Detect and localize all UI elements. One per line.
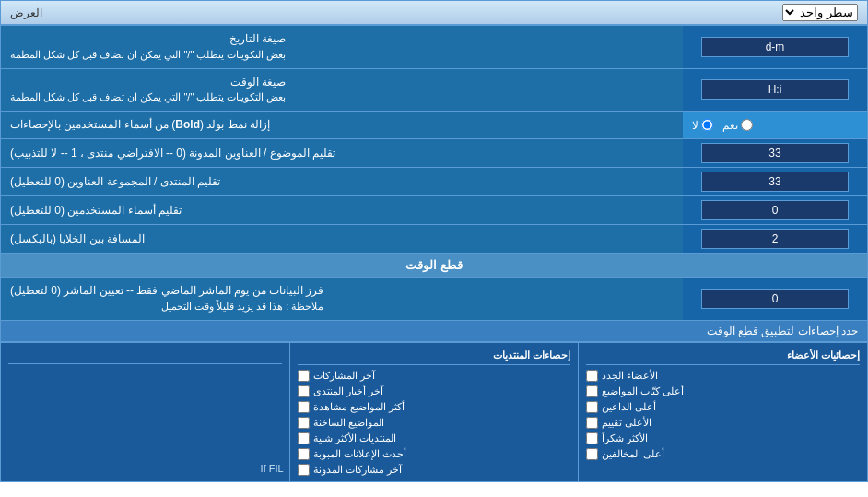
checkbox-latest-classifieds[interactable]: أحدث الإعلانات المبوبة bbox=[298, 446, 571, 462]
users-names-label: تقليم أسماء المستخدمين (0 للتعطيل) bbox=[1, 196, 683, 224]
checkbox-most-viewed[interactable]: أكثر المواضيع مشاهدة bbox=[298, 399, 571, 415]
users-names-row: تقليم أسماء المستخدمين (0 للتعطيل) bbox=[1, 196, 867, 225]
users-names-input-cell[interactable] bbox=[683, 196, 867, 224]
bold-radio-yes[interactable] bbox=[741, 119, 753, 131]
checkbox-last-blog-posts[interactable]: آخر مشاركات المدونة bbox=[298, 462, 571, 478]
cells-spacing-label: المسافة بين الخلايا (بالبكسل) bbox=[1, 225, 683, 253]
forum-address-input[interactable] bbox=[701, 172, 849, 192]
time-format-input-cell[interactable] bbox=[683, 69, 867, 112]
checkbox-top-violators[interactable]: أعلى المخالفين bbox=[586, 446, 860, 462]
bold-remove-label: إزالة نمط بولد (Bold) من أسماء المستخدمي… bbox=[1, 112, 683, 138]
bold-remove-row: نعم لا إزالة نمط بولد (Bold) من أسماء ال… bbox=[1, 112, 867, 139]
fil-note: If FIL bbox=[261, 463, 284, 474]
forum-address-label: تقليم المنتدى / المجموعة العناوين (0 للت… bbox=[1, 168, 683, 195]
checkbox-top-writers[interactable]: أعلى كتّاب المواضيع bbox=[586, 384, 860, 399]
section-title: قطع الوقت bbox=[1, 254, 867, 278]
cells-spacing-row: المسافة بين الخلايا (بالبكسل) bbox=[1, 225, 867, 254]
bold-radio-no-label[interactable]: لا bbox=[692, 119, 713, 132]
bold-radio-yes-label[interactable]: نعم bbox=[722, 119, 753, 132]
col-members-header: إحصائيات الأعضاء bbox=[586, 347, 860, 365]
topic-address-label: تقليم الموضوع / العناوين المدونة (0 -- ا… bbox=[1, 139, 683, 167]
col-extra-header bbox=[8, 347, 282, 364]
checkbox-most-similar-forums[interactable]: المنتديات الأكثر شبية bbox=[298, 431, 571, 446]
checkboxes-section-header: حدد إحصاءات لتطبيق قطع الوقت bbox=[1, 321, 867, 342]
forum-address-row: تقليم المنتدى / المجموعة العناوين (0 للت… bbox=[1, 168, 867, 196]
time-format-row: صيغة الوقتبعض التكوينات يتطلب "/" التي ي… bbox=[1, 69, 867, 112]
checkbox-col-forums: إحصاءات المنتديات آخر المشاركات آخر أخبا… bbox=[289, 343, 579, 481]
date-format-input-cell[interactable] bbox=[683, 26, 867, 68]
display-label: العرض bbox=[10, 6, 42, 19]
top-header-row: سطر واحدسطرينثلاثة أسطر العرض bbox=[1, 1, 867, 26]
cutoff-input[interactable] bbox=[701, 289, 849, 309]
date-format-input[interactable] bbox=[701, 37, 849, 57]
checkbox-last-news[interactable]: آخر أخبار المنتدى bbox=[298, 384, 571, 399]
bold-radio-cell: نعم لا bbox=[683, 112, 867, 138]
topic-address-input-cell[interactable] bbox=[683, 139, 867, 167]
cells-spacing-input-cell[interactable] bbox=[683, 225, 867, 253]
date-format-label: صيغة التاريخبعض التكوينات يتطلب "/" التي… bbox=[1, 26, 683, 68]
checkbox-new-members[interactable]: الأعضاء الجدد bbox=[586, 368, 860, 384]
checkbox-hot-topics[interactable]: المواضيع الساخنة bbox=[298, 415, 571, 431]
checkboxes-grid: إحصائيات الأعضاء الأعضاء الجدد أعلى كتّا… bbox=[1, 342, 867, 481]
cutoff-label: فرز البيانات من يوم الماشر الماضي فقط --… bbox=[1, 278, 683, 320]
cutoff-row: فرز البيانات من يوم الماشر الماضي فقط --… bbox=[1, 278, 867, 321]
col-forums-header: إحصاءات المنتديات bbox=[298, 347, 571, 365]
users-names-input[interactable] bbox=[701, 200, 849, 220]
checkbox-col-extra: If FIL bbox=[1, 343, 289, 481]
checkbox-top-rated[interactable]: الأعلى تقييم bbox=[586, 415, 860, 431]
time-format-input[interactable] bbox=[701, 79, 849, 100]
checkbox-top-inviters[interactable]: أعلى الداعين bbox=[586, 399, 860, 415]
checkbox-last-posts[interactable]: آخر المشاركات bbox=[298, 368, 571, 384]
bold-radio-no[interactable] bbox=[701, 119, 713, 131]
forum-address-input-cell[interactable] bbox=[683, 168, 867, 195]
cells-spacing-input[interactable] bbox=[701, 229, 849, 249]
time-format-label: صيغة الوقتبعض التكوينات يتطلب "/" التي ي… bbox=[1, 69, 683, 112]
topic-address-row: تقليم الموضوع / العناوين المدونة (0 -- ا… bbox=[1, 139, 867, 168]
checkbox-most-thankful[interactable]: الأكثر شكراً bbox=[586, 431, 860, 446]
top-header-left[interactable]: سطر واحدسطرينثلاثة أسطر bbox=[782, 4, 858, 21]
cutoff-input-cell[interactable] bbox=[683, 278, 867, 320]
topic-address-input[interactable] bbox=[701, 143, 849, 163]
checkbox-col-members: إحصائيات الأعضاء الأعضاء الجدد أعلى كتّا… bbox=[578, 343, 867, 481]
date-format-row: صيغة التاريخبعض التكوينات يتطلب "/" التي… bbox=[1, 26, 867, 69]
display-dropdown[interactable]: سطر واحدسطرينثلاثة أسطر bbox=[782, 4, 858, 21]
